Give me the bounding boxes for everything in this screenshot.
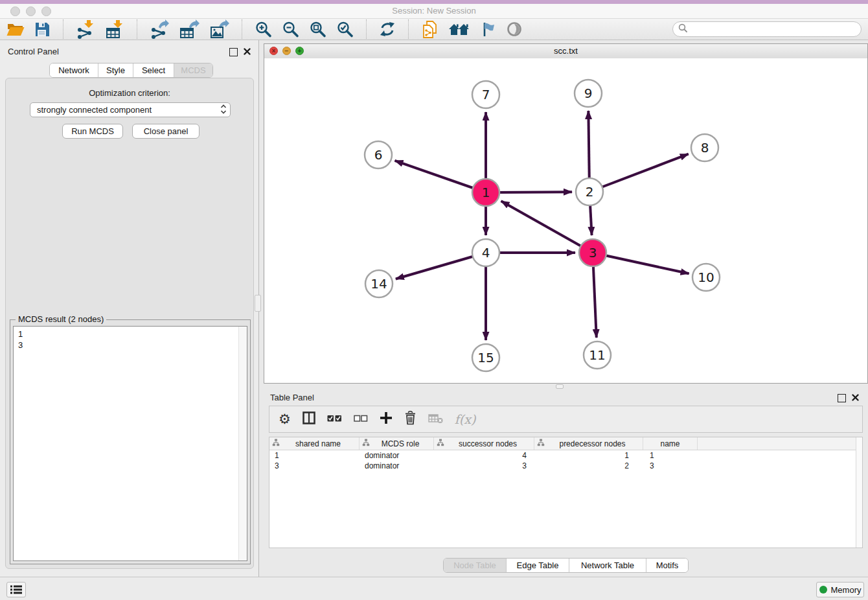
graph-node-4[interactable]: 4	[472, 239, 499, 266]
apply-layout-icon[interactable]	[379, 21, 396, 38]
application-window: Session: New Session	[0, 0, 868, 600]
graph-edge-1-6[interactable]	[394, 161, 486, 192]
tab-mcds[interactable]: MCDS	[174, 63, 212, 77]
minimize-window-button[interactable]	[26, 6, 36, 16]
graph-node-label: 14	[371, 276, 387, 292]
tab-network[interactable]: Network	[50, 63, 98, 77]
network-close-button[interactable]: ×	[269, 47, 278, 55]
graph-node-label: 2	[586, 184, 594, 200]
network-minimize-button[interactable]: −	[282, 47, 291, 55]
graph-node-3[interactable]: 3	[579, 239, 606, 266]
table-float-panel-icon[interactable]	[838, 393, 846, 405]
graph-node-label: 4	[482, 245, 490, 260]
open-session-icon[interactable]	[6, 21, 25, 38]
graph-node-6[interactable]: 6	[365, 141, 392, 168]
table-settings-gear-icon[interactable]: ⚙	[279, 413, 291, 426]
import-network-icon[interactable]	[76, 19, 95, 39]
memory-button[interactable]: Memory	[816, 582, 864, 597]
graph-node-15[interactable]: 15	[472, 344, 499, 371]
criterion-dropdown[interactable]: strongly connected component	[30, 102, 231, 117]
graph-node-label: 10	[698, 270, 714, 285]
create-column-icon[interactable]	[380, 411, 393, 427]
session-title: Session: New Session	[0, 4, 868, 18]
graphics-details-icon[interactable]	[479, 21, 496, 38]
column-header-successor-nodes[interactable]: successor nodes	[434, 437, 534, 450]
delete-column-icon[interactable]	[404, 411, 417, 428]
search-input[interactable]	[691, 24, 856, 35]
result-scrollbar[interactable]	[238, 327, 247, 560]
list-icon	[10, 584, 23, 595]
clone-network-icon[interactable]	[421, 20, 439, 39]
export-network-icon[interactable]	[150, 19, 169, 39]
birds-eye-view-icon[interactable]	[506, 21, 523, 38]
float-panel-icon[interactable]	[229, 47, 238, 59]
graph-edge-3-10[interactable]	[593, 253, 689, 273]
graph-node-label: 6	[374, 147, 383, 163]
zoom-window-button[interactable]	[41, 6, 51, 16]
close-panel-button[interactable]: Close panel	[132, 124, 200, 139]
toolbar-separator	[408, 19, 409, 39]
mcds-panel-body: Optimization criterion: strongly connect…	[5, 78, 254, 569]
network-zoom-button[interactable]: +	[295, 47, 304, 55]
graph-node-8[interactable]: 8	[691, 134, 718, 161]
graph-node-9[interactable]: 9	[575, 80, 602, 107]
graph-node-2[interactable]: 2	[576, 178, 603, 205]
zoom-out-icon[interactable]	[282, 21, 299, 38]
tab-motifs[interactable]: Motifs	[646, 559, 688, 572]
show-columns-icon[interactable]	[303, 411, 315, 427]
network-view-window: × − + scc.txt 7968124314101511	[264, 43, 868, 384]
table-close-panel-icon[interactable]	[852, 392, 859, 404]
vertical-splitter-grip[interactable]	[255, 295, 261, 312]
graph-node-1[interactable]: 1	[472, 179, 499, 206]
import-table-icon[interactable]	[105, 19, 124, 39]
export-image-icon[interactable]	[209, 19, 229, 39]
table-row[interactable]: 1 dominator 4 1 1	[269, 450, 862, 461]
graph-node-label: 9	[584, 86, 593, 101]
status-bar: Memory	[0, 577, 868, 600]
criterion-value: strongly connected component	[37, 105, 152, 115]
network-window-titlebar[interactable]: × − + scc.txt	[264, 44, 867, 59]
tab-edge-table[interactable]: Edge Table	[506, 559, 569, 572]
run-mcds-button[interactable]: Run MCDS	[62, 124, 123, 139]
tab-node-table[interactable]: Node Table	[444, 559, 506, 572]
graph-node-7[interactable]: 7	[472, 81, 499, 108]
save-session-icon[interactable]	[34, 21, 51, 38]
zoom-in-icon[interactable]	[255, 21, 272, 38]
graph-node-label: 3	[589, 245, 597, 260]
tab-network-table[interactable]: Network Table	[569, 559, 646, 572]
column-tree-icon	[537, 439, 545, 448]
column-header-predecessor-nodes[interactable]: predecessor nodes	[534, 437, 643, 450]
select-all-columns-icon[interactable]	[327, 413, 342, 425]
toolbar-separator	[366, 19, 367, 39]
horizontal-splitter-grip[interactable]	[556, 384, 564, 389]
table-panel-title: Table Panel	[270, 393, 314, 402]
tab-select[interactable]: Select	[133, 63, 174, 77]
zoom-fit-icon[interactable]	[309, 21, 326, 38]
column-header-mcds-role[interactable]: MCDS role	[360, 437, 434, 450]
column-header-name[interactable]: name	[643, 437, 698, 450]
zoom-selected-icon[interactable]	[336, 21, 354, 38]
graph-node-14[interactable]: 14	[365, 270, 393, 297]
export-table-icon[interactable]	[179, 19, 200, 39]
column-header-shared-name[interactable]: shared name	[269, 437, 360, 450]
close-window-button[interactable]	[10, 6, 20, 16]
graph-node-11[interactable]: 11	[584, 341, 611, 369]
network-graph[interactable]: 7968124314101511	[264, 58, 867, 383]
table-row[interactable]: 3 dominator 3 2 3	[269, 461, 862, 471]
graph-node-label: 11	[589, 347, 605, 363]
graph-edge-3-1[interactable]	[501, 201, 593, 253]
table-scrollbar[interactable]	[856, 437, 862, 548]
graph-node-10[interactable]: 10	[692, 264, 720, 291]
optimization-criterion-label: Optimization criterion:	[6, 88, 253, 98]
network-canvas[interactable]: 7968124314101511	[264, 58, 867, 383]
node-table-header: shared name MCDS role successor nodes pr…	[269, 437, 862, 450]
show-panels-button[interactable]	[6, 582, 26, 597]
unselect-all-columns-icon[interactable]	[354, 413, 368, 425]
column-tree-icon	[272, 439, 280, 448]
graph-edge-2-8[interactable]	[589, 154, 689, 192]
close-panel-icon[interactable]	[244, 46, 251, 58]
column-tree-icon	[437, 439, 444, 448]
tab-style[interactable]: Style	[98, 63, 133, 77]
home-view-icon[interactable]	[448, 21, 470, 37]
mcds-result-textarea[interactable]: 13	[13, 326, 247, 561]
